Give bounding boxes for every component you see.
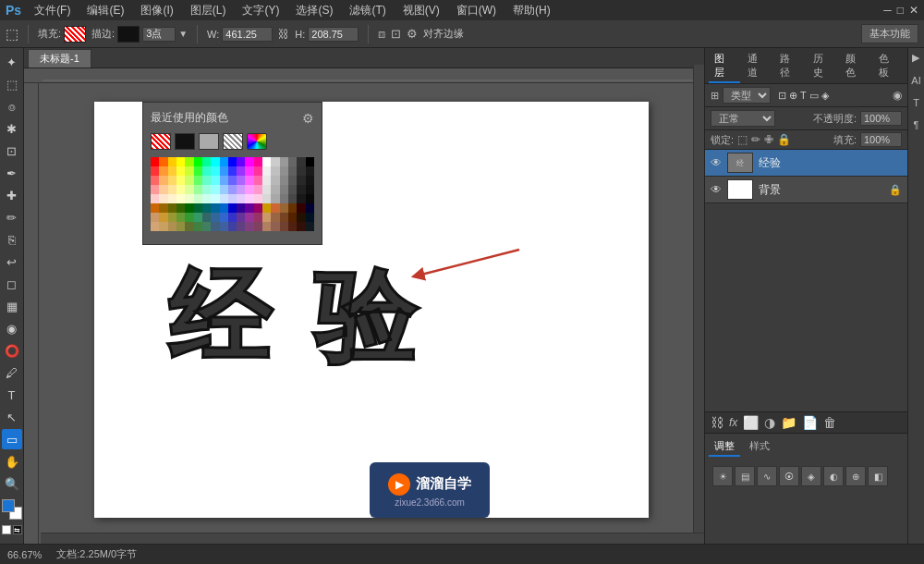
menu-layer[interactable]: 图层(L): [187, 3, 230, 18]
color-cell[interactable]: [151, 166, 159, 176]
color-cell[interactable]: [220, 185, 228, 194]
color-cell[interactable]: [168, 185, 176, 194]
add-adjustment-btn[interactable]: ◑: [764, 415, 775, 430]
color-cell[interactable]: [176, 166, 185, 176]
color-cell[interactable]: [220, 176, 228, 185]
adj-color-balance[interactable]: ⊕: [845, 466, 866, 486]
color-cell[interactable]: [228, 222, 237, 231]
color-cell[interactable]: [202, 166, 211, 176]
color-cell[interactable]: [262, 194, 271, 203]
color-cell[interactable]: [194, 176, 202, 185]
color-cell[interactable]: [185, 157, 193, 166]
color-cell[interactable]: [211, 176, 219, 185]
color-cell[interactable]: [151, 203, 159, 213]
color-cell[interactable]: [306, 157, 314, 166]
blend-mode-dropdown[interactable]: 正常: [711, 110, 775, 127]
color-cell[interactable]: [288, 222, 297, 231]
color-cell[interactable]: [194, 213, 202, 222]
color-cell[interactable]: [297, 213, 305, 222]
color-cell[interactable]: [211, 157, 219, 166]
filter-shape-icon[interactable]: ▭: [809, 90, 819, 102]
color-cell[interactable]: [168, 157, 176, 166]
tool-clone[interactable]: ⎘: [2, 229, 22, 250]
color-cell[interactable]: [211, 213, 219, 222]
color-cell[interactable]: [185, 222, 193, 231]
tool-pen[interactable]: 🖊: [2, 362, 22, 383]
filter-text-icon[interactable]: T: [800, 90, 807, 102]
color-cell[interactable]: [297, 203, 305, 213]
tab-layers[interactable]: 图层: [709, 50, 740, 83]
scroll-vertical[interactable]: [693, 65, 704, 533]
tool-zoom[interactable]: 🔍: [2, 473, 22, 494]
color-picker-settings-btn[interactable]: ⚙: [302, 111, 314, 126]
color-cell[interactable]: [245, 194, 253, 203]
color-cell[interactable]: [168, 222, 176, 231]
color-cell[interactable]: [176, 222, 185, 231]
color-cell[interactable]: [254, 176, 262, 185]
stroke-preview[interactable]: [117, 26, 140, 43]
color-cell[interactable]: [237, 203, 245, 213]
stroke-width-dropdown[interactable]: ▼: [178, 29, 188, 39]
color-cell[interactable]: [262, 185, 271, 194]
color-cell[interactable]: [297, 157, 305, 166]
adj-curves[interactable]: ∿: [757, 466, 777, 486]
color-cell[interactable]: [159, 213, 167, 222]
color-cell[interactable]: [159, 166, 167, 176]
tool-brush[interactable]: ✏: [2, 207, 22, 227]
tool-dodge[interactable]: ⭕: [2, 340, 22, 361]
color-cell[interactable]: [176, 213, 185, 222]
tool-move[interactable]: ✦: [2, 52, 22, 72]
tool-path-select[interactable]: ↖: [2, 407, 22, 427]
color-cell[interactable]: [168, 166, 176, 176]
lock-position-btn[interactable]: ✙: [764, 133, 773, 146]
color-cell[interactable]: [168, 213, 176, 222]
link-layers-btn[interactable]: ⛓: [711, 415, 723, 430]
color-cell[interactable]: [237, 222, 245, 231]
color-cell[interactable]: [176, 194, 185, 203]
adj-exposure[interactable]: ⦿: [779, 466, 799, 486]
close-btn[interactable]: ✕: [909, 4, 918, 17]
color-cell[interactable]: [220, 203, 228, 213]
color-cell[interactable]: [176, 157, 185, 166]
opacity-input[interactable]: [860, 111, 902, 126]
color-cell[interactable]: [194, 185, 202, 194]
menu-view[interactable]: 视图(V): [399, 3, 444, 18]
color-cell[interactable]: [185, 213, 193, 222]
color-cell[interactable]: [228, 213, 237, 222]
new-layer-btn[interactable]: 📄: [802, 415, 818, 430]
color-cell[interactable]: [202, 157, 211, 166]
color-cell[interactable]: [254, 213, 262, 222]
tool-blur[interactable]: ◉: [2, 318, 22, 338]
color-cell[interactable]: [254, 194, 262, 203]
layer-item-experience[interactable]: 👁 经 经验: [705, 150, 907, 177]
color-cell[interactable]: [151, 222, 159, 231]
adj-bright-contrast[interactable]: ☀: [712, 466, 733, 486]
color-cell[interactable]: [237, 166, 245, 176]
rmt-btn-1[interactable]: ▶: [910, 52, 922, 64]
color-cell[interactable]: [168, 176, 176, 185]
color-cell[interactable]: [202, 194, 211, 203]
color-cell[interactable]: [151, 194, 159, 203]
color-cell[interactable]: [176, 203, 185, 213]
shape-mode-icon[interactable]: ⬚: [6, 26, 18, 43]
filter-pixel-icon[interactable]: ⊡: [778, 90, 786, 102]
color-cell[interactable]: [245, 166, 253, 176]
color-cell[interactable]: [168, 194, 176, 203]
adj-tab-styles[interactable]: 样式: [744, 437, 775, 457]
adj-levels[interactable]: ▤: [735, 466, 755, 486]
tab-paths[interactable]: 路径: [774, 50, 806, 83]
menu-window[interactable]: 窗口(W): [453, 3, 500, 18]
color-cell[interactable]: [280, 222, 288, 231]
color-cell[interactable]: [297, 185, 305, 194]
color-cell[interactable]: [271, 213, 279, 222]
tool-eyedropper[interactable]: ✒: [2, 163, 22, 183]
color-cell[interactable]: [194, 157, 202, 166]
color-cell[interactable]: [228, 194, 237, 203]
fill-input[interactable]: [860, 132, 902, 147]
swatch-gradient[interactable]: [151, 133, 171, 150]
tool-shape[interactable]: ▭: [2, 429, 22, 449]
color-cell[interactable]: [151, 176, 159, 185]
color-cell[interactable]: [185, 185, 193, 194]
color-cell[interactable]: [228, 185, 237, 194]
color-cell[interactable]: [288, 176, 297, 185]
